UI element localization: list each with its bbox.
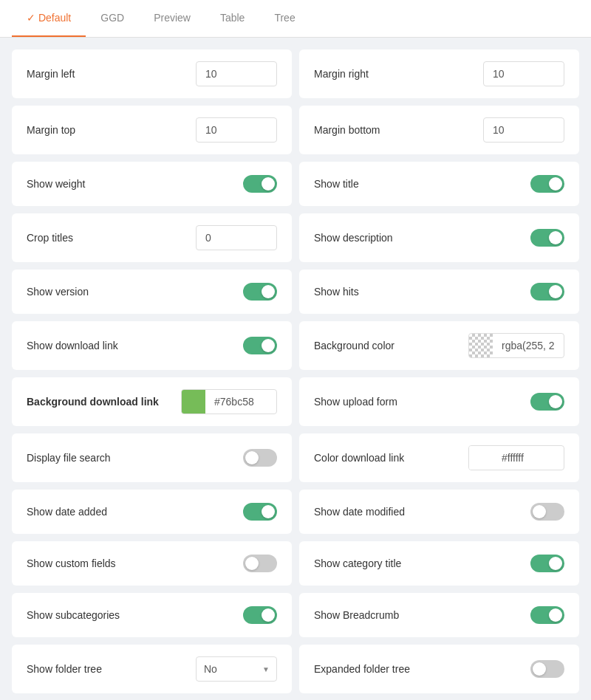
card-4-right: Show hits	[299, 270, 579, 314]
toggle-8-right[interactable]	[530, 503, 564, 521]
card-9-right: Show category title	[299, 541, 579, 586]
label-1-right: Margin bottom	[314, 124, 380, 136]
label-9-left: Show custom fields	[27, 557, 116, 569]
label-1-left: Margin top	[27, 124, 75, 136]
toggle-7-left[interactable]	[243, 449, 277, 467]
label-10-right: Show Breadcrumb	[314, 609, 399, 621]
card-8-left: Show date added	[12, 490, 292, 534]
label-8-left: Show date added	[27, 506, 107, 518]
input-0-left[interactable]	[196, 61, 277, 86]
card-9-left: Show custom fields	[12, 541, 292, 586]
card-1-left: Margin top	[12, 106, 292, 154]
label-8-right: Show date modified	[314, 506, 405, 518]
input-3-left[interactable]	[196, 225, 277, 250]
label-0-right: Margin right	[314, 68, 369, 80]
card-2-left: Show weight	[12, 162, 292, 206]
tab-ggd[interactable]: GGD	[86, 0, 139, 37]
select-11-left[interactable]: NoYes	[196, 656, 277, 682]
card-5-right: Background color	[299, 321, 579, 370]
label-7-right: Color download link	[314, 452, 404, 464]
toggle-3-right[interactable]	[530, 229, 564, 247]
card-6-left: Background download link	[12, 377, 292, 426]
label-3-right: Show description	[314, 232, 393, 244]
label-6-left: Background download link	[27, 396, 159, 408]
toggle-2-left[interactable]	[243, 175, 277, 193]
label-2-left: Show weight	[27, 178, 85, 190]
color-swatch-6-left	[182, 390, 205, 414]
color-swatch-7-right	[469, 446, 493, 470]
label-5-right: Background color	[314, 340, 394, 351]
input-0-right[interactable]	[483, 61, 564, 86]
toggle-4-right[interactable]	[530, 283, 564, 301]
tab-table[interactable]: Table	[205, 0, 259, 37]
card-7-left: Display file search	[12, 433, 292, 482]
input-1-left[interactable]	[196, 117, 277, 143]
toggle-2-right[interactable]	[530, 175, 564, 193]
label-4-right: Show hits	[314, 286, 359, 298]
label-11-left: Show folder tree	[27, 663, 102, 675]
tab-preview[interactable]: Preview	[139, 0, 205, 37]
card-0-right: Margin right	[299, 49, 579, 98]
toggle-4-left[interactable]	[243, 283, 277, 301]
card-10-left: Show subcategories	[12, 593, 292, 637]
card-1-right: Margin bottom	[299, 106, 579, 154]
tab-tree[interactable]: Tree	[259, 0, 310, 37]
toggle-9-left[interactable]	[243, 555, 277, 572]
card-3-left: Crop titles	[12, 213, 292, 262]
input-1-right[interactable]	[483, 117, 564, 143]
card-7-right: Color download link	[299, 433, 579, 482]
colorpicker-5-right[interactable]	[468, 333, 564, 358]
main-content: Margin leftMargin rightMargin topMargin …	[0, 38, 591, 700]
card-4-left: Show version	[12, 270, 292, 314]
card-3-right: Show description	[299, 213, 579, 262]
toggle-10-right[interactable]	[530, 606, 564, 624]
toggle-8-left[interactable]	[243, 503, 277, 521]
card-11-left: Show folder treeNoYes	[12, 645, 292, 693]
select-wrap-11-left: NoYes	[196, 656, 277, 682]
card-8-right: Show date modified	[299, 490, 579, 534]
toggle-9-right[interactable]	[530, 555, 564, 572]
card-5-left: Show download link	[12, 321, 292, 370]
toggle-11-right[interactable]	[530, 660, 564, 678]
label-5-left: Show download link	[27, 340, 118, 351]
label-3-left: Crop titles	[27, 232, 73, 244]
label-9-right: Show category title	[314, 557, 401, 569]
color-text-6-left[interactable]	[205, 390, 276, 414]
colorpicker-6-left[interactable]	[181, 389, 277, 414]
settings-grid: Margin leftMargin rightMargin topMargin …	[12, 49, 579, 693]
toggle-5-left[interactable]	[243, 337, 277, 354]
tab-default[interactable]: Default	[12, 0, 86, 37]
label-11-right: Expanded folder tree	[314, 663, 410, 675]
card-6-right: Show upload form	[299, 377, 579, 426]
label-2-right: Show title	[314, 178, 359, 190]
colorpicker-7-right[interactable]	[468, 445, 564, 470]
card-11-right: Expanded folder tree	[299, 645, 579, 693]
toggle-10-left[interactable]	[243, 606, 277, 624]
label-7-left: Display file search	[27, 452, 111, 464]
color-text-5-right[interactable]	[493, 334, 563, 357]
card-0-left: Margin left	[12, 49, 292, 98]
card-10-right: Show Breadcrumb	[299, 593, 579, 637]
card-2-right: Show title	[299, 162, 579, 206]
label-4-left: Show version	[27, 286, 89, 298]
color-swatch-5-right	[469, 334, 493, 357]
color-text-7-right[interactable]	[493, 446, 563, 470]
label-0-left: Margin left	[27, 68, 75, 80]
label-6-right: Show upload form	[314, 396, 397, 408]
toggle-6-right[interactable]	[530, 393, 564, 411]
tab-bar: Default GGD Preview Table Tree	[0, 0, 591, 38]
label-10-left: Show subcategories	[27, 609, 120, 621]
